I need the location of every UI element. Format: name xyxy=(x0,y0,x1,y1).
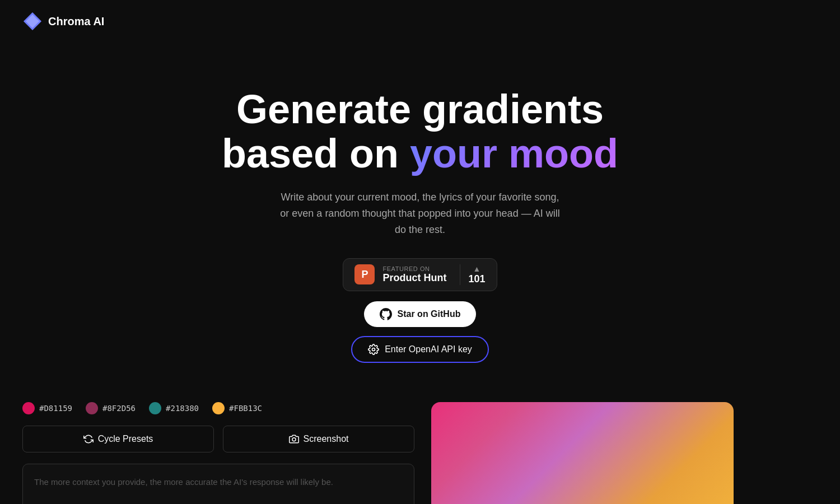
ph-text: FEATURED ON Product Hunt xyxy=(382,265,446,284)
swatch-circle-0 xyxy=(22,402,35,414)
api-key-label: Enter OpenAI API key xyxy=(385,344,472,354)
swatch-label-1: #8F2D56 xyxy=(102,404,136,413)
swatch-circle-3 xyxy=(212,402,225,414)
swatch-label-3: #FBB13C xyxy=(229,404,262,413)
swatch-circle-1 xyxy=(86,402,98,414)
color-swatch-0: #D81159 xyxy=(22,402,72,414)
cycle-icon xyxy=(83,434,94,444)
ph-name: Product Hunt xyxy=(382,272,446,284)
svg-marker-1 xyxy=(26,15,39,28)
hero-title-highlight: your mood xyxy=(410,131,618,176)
gradient-preview xyxy=(431,402,734,504)
ph-vote-count: 101 xyxy=(468,273,485,285)
header: Chroma AI xyxy=(0,0,840,43)
github-star-label: Star on GitHub xyxy=(398,309,461,319)
action-buttons: Cycle Presets Screenshot xyxy=(22,426,414,452)
logo[interactable]: Chroma AI xyxy=(22,11,104,31)
bottom-section: #D81159 #8F2D56 #218380 #FBB13C xyxy=(0,385,840,504)
mood-input[interactable] xyxy=(22,464,414,504)
app-name: Chroma AI xyxy=(48,15,104,28)
swatch-label-2: #218380 xyxy=(166,404,199,413)
color-swatch-1: #8F2D56 xyxy=(86,402,136,414)
hero-subtitle: Write about your current mood, the lyric… xyxy=(280,189,560,237)
cycle-presets-button[interactable]: Cycle Presets xyxy=(22,426,214,452)
svg-point-3 xyxy=(292,438,296,441)
hero-title-line1: Generate gradients xyxy=(236,87,604,132)
ph-logo-icon: P xyxy=(354,264,375,284)
cycle-presets-label: Cycle Presets xyxy=(98,434,153,444)
swatch-label-0: #D81159 xyxy=(39,404,72,413)
svg-point-2 xyxy=(372,348,375,351)
github-icon xyxy=(380,308,392,320)
gear-icon xyxy=(368,344,379,355)
color-swatches: #D81159 #8F2D56 #218380 #FBB13C xyxy=(22,402,414,414)
swatch-circle-2 xyxy=(149,402,161,414)
hero-section: Generate gradients based on your mood Wr… xyxy=(0,43,840,385)
hero-title-line2-plain: based on xyxy=(222,131,410,176)
logo-icon xyxy=(22,11,43,31)
screenshot-label: Screenshot xyxy=(304,434,349,444)
api-key-button[interactable]: Enter OpenAI API key xyxy=(351,336,489,363)
camera-icon xyxy=(289,434,299,444)
left-panel: #D81159 #8F2D56 #218380 #FBB13C xyxy=(22,402,414,504)
color-swatch-2: #218380 xyxy=(149,402,199,414)
product-hunt-badge[interactable]: P FEATURED ON Product Hunt ▲ 101 xyxy=(343,258,497,291)
ph-featured-label: FEATURED ON xyxy=(382,265,430,272)
ph-arrow-icon: ▲ xyxy=(473,264,481,273)
hero-title: Generate gradients based on your mood xyxy=(222,87,618,176)
github-star-button[interactable]: Star on GitHub xyxy=(364,301,477,327)
screenshot-button[interactable]: Screenshot xyxy=(223,426,414,452)
color-swatch-3: #FBB13C xyxy=(212,402,262,414)
ph-votes: ▲ 101 xyxy=(460,264,485,285)
